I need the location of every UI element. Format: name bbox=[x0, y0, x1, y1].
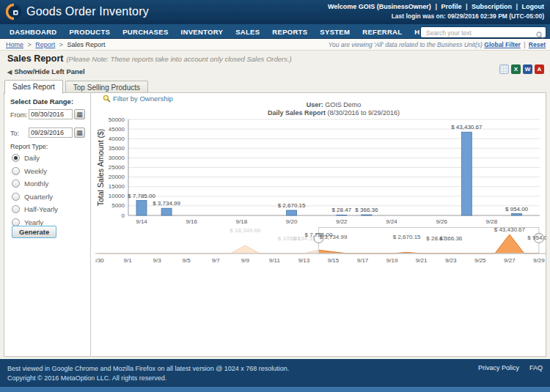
y-tick-label: 5000 bbox=[111, 202, 125, 209]
report-type-daily[interactable]: Daily bbox=[12, 154, 40, 162]
nav-item-reports[interactable]: REPORTS bbox=[272, 28, 307, 36]
x-tick-label: 9/14 bbox=[136, 218, 147, 225]
generate-button[interactable]: Generate bbox=[12, 226, 56, 238]
navigator-tick-label: 9/23 bbox=[445, 257, 457, 264]
separator: | bbox=[435, 3, 439, 10]
report-type-label: Daily bbox=[24, 154, 40, 162]
bar-9/22[interactable] bbox=[337, 215, 347, 215]
navigator-tick-label: 9/5 bbox=[183, 257, 191, 264]
report-type-label: Monthly bbox=[24, 180, 48, 188]
bar-9/29[interactable] bbox=[512, 214, 522, 215]
header-link-subscription[interactable]: Subscription bbox=[472, 3, 512, 10]
main-nav: DASHBOARDPRODUCTSPURCHASESINVENTORYSALES… bbox=[0, 24, 550, 39]
report-content: Select Date Range: From: ▦ To: ▦ Report … bbox=[4, 92, 546, 357]
y-tick-label: 40000 bbox=[109, 136, 125, 142]
y-tick-label: 30000 bbox=[109, 155, 125, 161]
tab-sales-report[interactable]: Sales Report bbox=[4, 80, 63, 94]
report-options-panel: Select Date Range: From: ▦ To: ▦ Report … bbox=[4, 93, 91, 356]
report-type-half-yearly[interactable]: Half-Yearly bbox=[12, 205, 58, 213]
navigator-tick-label: 9/13 bbox=[298, 257, 310, 264]
search-input[interactable] bbox=[425, 28, 534, 37]
export-pdf-icon[interactable]: A bbox=[535, 64, 544, 74]
export-excel-icon[interactable]: X bbox=[511, 64, 521, 74]
app-window: Goods Order Inventory Welcome GOIS (Busi… bbox=[0, 0, 550, 392]
navigator-tick-label: 9/3 bbox=[153, 257, 162, 264]
breadcrumb-link-home[interactable]: Home bbox=[6, 41, 23, 48]
report-type-yearly[interactable]: Yearly bbox=[12, 218, 43, 226]
from-label: From: bbox=[10, 111, 28, 119]
to-date-input[interactable] bbox=[29, 127, 73, 138]
navigator-tick-label: 9/27 bbox=[504, 257, 516, 264]
bar-9/20[interactable] bbox=[287, 210, 297, 215]
y-tick-label: 20000 bbox=[109, 174, 125, 180]
chart-area: Filter by Ownership User: GOIS Demo Dail… bbox=[91, 93, 546, 356]
report-type-label: Half-Yearly bbox=[24, 205, 58, 213]
report-type-weekly[interactable]: Weekly bbox=[12, 167, 47, 175]
nav-item-products[interactable]: PRODUCTS bbox=[69, 28, 110, 36]
x-tick-label: 9/18 bbox=[236, 218, 248, 225]
reset-link[interactable]: Reset bbox=[529, 41, 546, 48]
nav-item-dashboard[interactable]: DASHBOARD bbox=[10, 28, 56, 36]
navigator-value-label: $ 954.00 bbox=[527, 234, 546, 241]
y-tick-label: 45000 bbox=[109, 126, 125, 133]
global-filter-link[interactable]: Global Filter bbox=[484, 41, 521, 48]
date-range-label: Select Date Range: bbox=[10, 97, 73, 106]
viewing-note: You are viewing 'All' data related to th… bbox=[329, 41, 483, 48]
footer-link-faq[interactable]: FAQ bbox=[529, 364, 543, 371]
navigator-tick-label: 9/15 bbox=[328, 257, 340, 264]
radio-icon bbox=[12, 193, 20, 201]
viewing-note-row: You are viewing 'All' data related to th… bbox=[329, 41, 546, 48]
nav-item-purchases[interactable]: PURCHASES bbox=[122, 28, 168, 36]
report-type-label: Yearly bbox=[24, 218, 43, 226]
y-tick-label: 0 bbox=[122, 212, 125, 219]
nav-item-inventory[interactable]: INVENTORY bbox=[181, 28, 224, 36]
bar-value-label: $ 7,785.00 bbox=[128, 193, 155, 199]
app-title: Goods Order Inventory bbox=[26, 5, 149, 18]
to-calendar-icon[interactable]: ▦ bbox=[74, 127, 85, 138]
bar-9/14[interactable] bbox=[136, 201, 147, 215]
radio-icon bbox=[12, 205, 20, 213]
from-date-input[interactable] bbox=[29, 109, 73, 119]
navigator-tick-label: 9/1 bbox=[123, 257, 132, 264]
navigator-tick-label: 9/9 bbox=[241, 257, 250, 264]
x-tick-label: 9/26 bbox=[436, 218, 447, 225]
report-type-monthly[interactable]: Monthly bbox=[12, 180, 48, 188]
bar-9/23[interactable] bbox=[362, 215, 372, 215]
breadcrumb-separator: > bbox=[57, 41, 65, 48]
last-login-text: Last login was on: 09/29/2016 02:39 PM (… bbox=[328, 12, 544, 20]
daily-sales-bar-chart: 0500010000150002000025000300003500040000… bbox=[95, 116, 546, 226]
x-tick-label: 9/24 bbox=[386, 218, 397, 225]
from-calendar-icon[interactable]: ▦ bbox=[74, 109, 85, 119]
bar-value-label: $ 366.36 bbox=[355, 207, 378, 213]
navigator-tick-label: 9/19 bbox=[386, 257, 398, 264]
page-title: Sales Report(Please Note: These reports … bbox=[7, 53, 292, 64]
nav-item-sales[interactable]: SALES bbox=[235, 28, 260, 36]
bar-9/15[interactable] bbox=[161, 208, 172, 215]
nav-item-system[interactable]: SYSTEM bbox=[320, 28, 350, 36]
bar-value-label: $ 3,734.99 bbox=[153, 200, 180, 207]
navigator-value-label: $ 366.36 bbox=[439, 235, 463, 242]
range-navigator-chart: 8/309/19/39/59/79/99/119/139/159/179/199… bbox=[95, 226, 546, 265]
y-tick-label: 25000 bbox=[109, 164, 125, 171]
navigator-tick-label: 9/7 bbox=[212, 257, 221, 264]
collapse-arrow-icon: ◀ bbox=[7, 69, 12, 75]
breadcrumb-current: Sales Report bbox=[67, 41, 106, 48]
bar-9/27[interactable] bbox=[461, 132, 472, 215]
breadcrumb-link-report[interactable]: Report bbox=[35, 41, 55, 48]
toggle-left-panel[interactable]: ◀Show/Hide Left Panel bbox=[7, 67, 85, 75]
search-box bbox=[420, 26, 546, 38]
radio-icon bbox=[12, 154, 20, 162]
export-grid-icon[interactable] bbox=[499, 64, 509, 74]
report-type-quarterly[interactable]: Quarterly bbox=[12, 193, 53, 201]
navigator-value-label: $ 18,349.66 bbox=[230, 227, 261, 234]
to-label: To: bbox=[10, 130, 19, 137]
header-link-logout[interactable]: Logout bbox=[522, 3, 545, 10]
breadcrumb-separator: > bbox=[26, 41, 33, 48]
header-link-profile[interactable]: Profile bbox=[441, 3, 461, 10]
separator: | bbox=[514, 3, 520, 10]
footer-link-privacy-policy[interactable]: Privacy Policy bbox=[478, 364, 519, 371]
export-word-icon[interactable]: W bbox=[523, 64, 532, 74]
nav-item-referral[interactable]: REFERRAL bbox=[362, 28, 402, 36]
navigator-tick-label: 9/17 bbox=[357, 257, 369, 264]
x-tick-label: 9/22 bbox=[336, 218, 348, 225]
